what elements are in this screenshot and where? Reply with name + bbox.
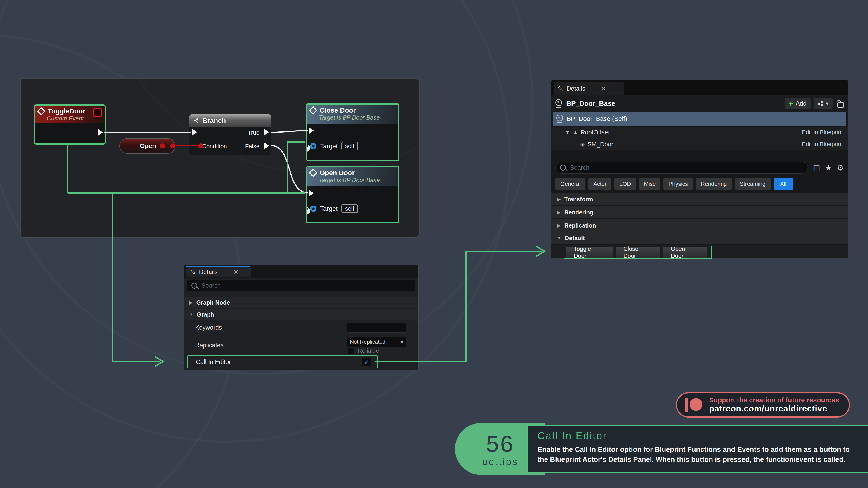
node-subtitle: Target is BP Door Base — [319, 177, 395, 184]
favorites-star-icon[interactable]: ★ — [825, 163, 832, 172]
reliable-checkbox[interactable] — [348, 348, 354, 354]
button-label: Close Door — [623, 246, 653, 259]
exec-output-false-pin[interactable] — [264, 142, 269, 149]
patreon-url: patreon.com/unrealdirective — [709, 404, 839, 414]
details-panel-event: ✎ Details ✕ Search ▶ Graph Node ▼ Graph … — [184, 265, 419, 370]
expander-icon[interactable]: ▼ — [565, 130, 570, 135]
tab-label: Details — [199, 269, 218, 275]
bool-output-pin[interactable] — [160, 143, 165, 149]
blueprint-settings-button[interactable]: ▾ — [814, 98, 833, 109]
tab-bar: ✎ Details ✕ — [551, 80, 848, 95]
chevron-down-icon: ▾ — [401, 339, 403, 345]
reliable-option: Reliable — [348, 347, 379, 354]
tip-banner: Call In Editor Enable the Call In Editor… — [527, 425, 868, 473]
chevron-down-icon: ▾ — [826, 100, 829, 107]
unlock-icon[interactable] — [837, 102, 844, 107]
expander-icon: ▶ — [189, 300, 193, 305]
close-tab-icon[interactable]: ✕ — [234, 269, 239, 275]
node-title: ToggleDoor — [48, 107, 85, 115]
section-graph-node[interactable]: ▶ Graph Node — [184, 297, 418, 308]
category-label: Rendering — [701, 181, 727, 187]
category-filter-all[interactable]: All — [774, 178, 794, 190]
category-label: General — [560, 181, 581, 187]
exec-input-pin[interactable] — [309, 190, 314, 197]
section-rendering[interactable]: ▶ Rendering — [551, 206, 848, 219]
blueprint-node-icon — [818, 103, 820, 105]
patreon-badge[interactable]: Support the creation of future resources… — [676, 392, 850, 418]
node-close-door[interactable]: Close Door Target is BP Door Base Target… — [306, 103, 399, 161]
settings-gear-icon[interactable]: ⚙ — [837, 163, 844, 172]
exec-output-pin[interactable] — [98, 129, 103, 136]
pin-label-condition: Condition — [202, 143, 227, 150]
category-filter-streaming[interactable]: Streaming — [735, 178, 771, 190]
function-icon — [309, 169, 317, 177]
button-label: Open Door — [671, 246, 700, 259]
search-input[interactable]: Search — [187, 280, 415, 291]
section-transform[interactable]: ▶ Transform — [551, 193, 848, 205]
tab-label: Details — [566, 85, 585, 92]
patreon-logo-icon — [685, 398, 702, 412]
plus-icon: + — [789, 99, 793, 108]
category-filter-lod[interactable]: LOD — [614, 178, 636, 190]
scene-component-icon: ▲ — [573, 129, 578, 135]
call-in-editor-checkbox[interactable]: ✓ — [362, 358, 371, 366]
search-icon — [191, 283, 197, 289]
node-branch[interactable]: Branch Condition True False — [189, 114, 271, 156]
edit-in-blueprint-link[interactable]: Edit in Blueprint — [802, 129, 843, 136]
field-row-replicates: Replicates Not Replicated ▾ Reliable — [184, 335, 418, 355]
node-subtitle: Target is BP Door Base — [319, 114, 395, 121]
target-pin[interactable] — [310, 205, 316, 212]
toggle-door-button[interactable]: Toggle Door — [566, 247, 613, 258]
close-tab-icon[interactable]: ✕ — [601, 85, 606, 92]
section-default[interactable]: ▼ Default — [551, 232, 848, 244]
keywords-input[interactable] — [347, 323, 406, 332]
component-row-rootoffset[interactable]: ▼ ▲ RootOffset Edit in Blueprint — [551, 127, 848, 138]
node-title: Open Door — [320, 169, 355, 177]
search-placeholder: Search — [202, 282, 221, 289]
dropdown-value: Not Replicated — [350, 339, 385, 345]
section-label: Rendering — [564, 209, 593, 216]
tab-bar: ✎ Details ✕ — [184, 265, 418, 278]
tab-details[interactable]: ✎ Details ✕ — [186, 266, 251, 277]
target-value: self — [341, 204, 358, 213]
grid-view-icon[interactable]: ▦ — [813, 163, 820, 172]
target-pin[interactable] — [310, 143, 316, 149]
object-name: BP_Door_Base — [566, 100, 615, 107]
exec-input-pin[interactable] — [192, 129, 197, 135]
component-label: BP_Door_Base (Self) — [567, 115, 627, 123]
category-filter-physics[interactable]: Physics — [663, 178, 693, 190]
call-in-editor-row-highlight: Call In Editor ✓ — [187, 355, 378, 368]
exec-output-pin[interactable] — [307, 143, 310, 153]
target-value: self — [341, 142, 358, 151]
category-filter-rendering[interactable]: Rendering — [696, 178, 732, 190]
category-filter-misc[interactable]: Misc — [639, 178, 660, 190]
category-filter-general[interactable]: General — [555, 178, 585, 190]
tip-number: 56 — [486, 431, 514, 457]
add-component-button[interactable]: + Add — [784, 98, 811, 109]
exec-input-pin[interactable] — [309, 127, 314, 134]
close-door-button[interactable]: Close Door — [616, 247, 661, 258]
node-toggledoor[interactable]: ToggleDoor Custom Event — [34, 104, 106, 144]
section-replication[interactable]: ▶ Replication — [551, 219, 848, 232]
node-title: Close Door — [320, 106, 356, 114]
component-label: RootOffset — [581, 129, 610, 136]
category-filter-actor[interactable]: Actor — [588, 178, 612, 190]
details-panel-actor: ✎ Details ✕ BP_Door_Base + Add ▾ BP_Door… — [551, 80, 848, 258]
section-label: Graph Node — [196, 299, 230, 306]
exec-output-pin[interactable] — [307, 205, 310, 216]
section-graph[interactable]: ▼ Graph — [184, 309, 418, 320]
edit-in-blueprint-link[interactable]: Edit in Blueprint — [802, 141, 843, 148]
tab-details[interactable]: ✎ Details ✕ — [554, 82, 624, 95]
open-door-button[interactable]: Open Door — [663, 247, 707, 258]
replicates-dropdown[interactable]: Not Replicated ▾ — [347, 337, 406, 347]
component-row-smdoor[interactable]: ◈ SM_Door Edit in Blueprint — [551, 138, 848, 150]
category-label: Streaming — [740, 181, 766, 187]
node-open-door[interactable]: Open Door Target is BP Door Base Target … — [306, 166, 399, 223]
component-row-self[interactable]: BP_Door_Base (Self) — [553, 112, 846, 126]
variable-node-open[interactable]: Open — [119, 138, 176, 154]
exec-output-true-pin[interactable] — [264, 129, 269, 135]
search-input[interactable]: Search — [555, 162, 808, 173]
function-icon — [309, 106, 317, 115]
expander-icon: ▶ — [557, 210, 561, 215]
search-placeholder: Search — [570, 164, 590, 171]
